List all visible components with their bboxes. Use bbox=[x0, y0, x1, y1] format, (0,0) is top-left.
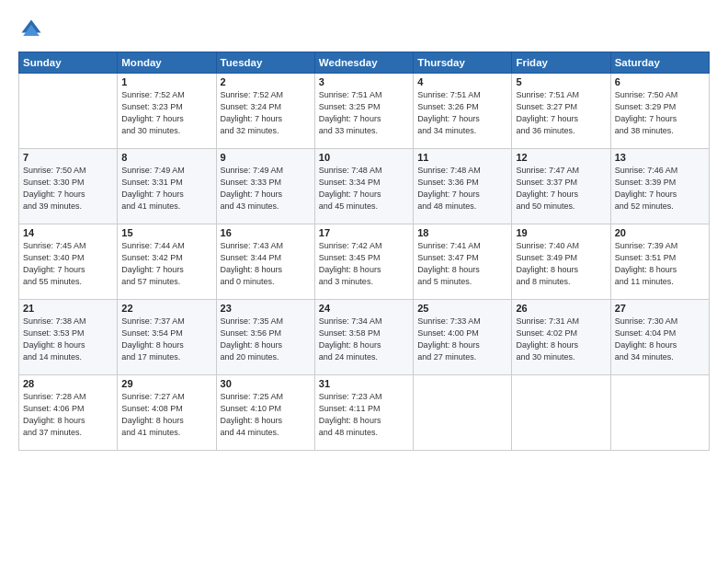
cell-info: Sunrise: 7:43 AM bbox=[221, 240, 311, 252]
cell-info: Daylight: 7 hours bbox=[121, 113, 211, 125]
calendar-cell: 19Sunrise: 7:40 AMSunset: 3:49 PMDayligh… bbox=[512, 224, 610, 300]
day-number: 11 bbox=[417, 152, 507, 163]
cell-info: Sunset: 3:31 PM bbox=[121, 177, 211, 189]
cell-info: Daylight: 8 hours bbox=[121, 415, 211, 427]
cell-info: Sunset: 3:39 PM bbox=[615, 177, 705, 189]
cell-info: Daylight: 8 hours bbox=[121, 339, 211, 351]
cell-info: and 27 minutes. bbox=[417, 351, 507, 363]
day-number: 10 bbox=[319, 152, 409, 163]
calendar-cell: 30Sunrise: 7:25 AMSunset: 4:10 PMDayligh… bbox=[216, 375, 314, 451]
cell-info: Daylight: 7 hours bbox=[221, 189, 311, 201]
cell-info: and 34 minutes. bbox=[417, 125, 507, 137]
cell-info: Daylight: 7 hours bbox=[319, 189, 409, 201]
logo bbox=[18, 17, 48, 42]
calendar-cell: 15Sunrise: 7:44 AMSunset: 3:42 PMDayligh… bbox=[118, 224, 216, 300]
cell-info: Sunset: 3:40 PM bbox=[23, 252, 113, 264]
cell-info: and 57 minutes. bbox=[121, 276, 211, 288]
cell-info: and 33 minutes. bbox=[319, 125, 409, 137]
calendar-cell bbox=[610, 375, 709, 451]
calendar-cell: 25Sunrise: 7:33 AMSunset: 4:00 PMDayligh… bbox=[414, 300, 512, 375]
cell-info: Sunrise: 7:33 AM bbox=[417, 316, 507, 327]
day-number: 2 bbox=[221, 76, 311, 87]
cell-info: Sunrise: 7:52 AM bbox=[221, 89, 311, 101]
day-header-tuesday: Tuesday bbox=[216, 52, 314, 74]
cell-info: and 45 minutes. bbox=[319, 201, 409, 213]
week-row-3: 14Sunrise: 7:45 AMSunset: 3:40 PMDayligh… bbox=[19, 224, 710, 300]
cell-info: Sunset: 4:08 PM bbox=[121, 403, 211, 415]
cell-info: Sunrise: 7:35 AM bbox=[221, 316, 311, 327]
cell-info: Sunrise: 7:51 AM bbox=[417, 89, 507, 101]
cell-info: Sunset: 3:25 PM bbox=[319, 101, 409, 113]
calendar-cell: 18Sunrise: 7:41 AMSunset: 3:47 PMDayligh… bbox=[414, 224, 512, 300]
cell-info: Sunrise: 7:51 AM bbox=[319, 89, 409, 101]
cell-info: Sunrise: 7:44 AM bbox=[121, 240, 211, 252]
cell-info: Daylight: 7 hours bbox=[417, 113, 507, 125]
cell-info: Sunrise: 7:40 AM bbox=[516, 240, 606, 252]
cell-info: and 41 minutes. bbox=[121, 201, 211, 213]
cell-info: and 0 minutes. bbox=[221, 276, 311, 288]
day-number: 25 bbox=[417, 303, 507, 314]
cell-info: Daylight: 8 hours bbox=[23, 415, 113, 427]
cell-info: and 11 minutes. bbox=[615, 276, 705, 288]
calendar-cell: 16Sunrise: 7:43 AMSunset: 3:44 PMDayligh… bbox=[216, 224, 314, 300]
calendar-cell: 23Sunrise: 7:35 AMSunset: 3:56 PMDayligh… bbox=[216, 300, 314, 375]
week-row-2: 7Sunrise: 7:50 AMSunset: 3:30 PMDaylight… bbox=[19, 149, 710, 224]
cell-info: and 48 minutes. bbox=[319, 427, 409, 439]
day-number: 16 bbox=[221, 227, 311, 238]
cell-info: Daylight: 7 hours bbox=[516, 113, 606, 125]
cell-info: and 55 minutes. bbox=[23, 276, 113, 288]
day-number: 8 bbox=[121, 152, 211, 163]
cell-info: and 17 minutes. bbox=[121, 351, 211, 363]
week-row-1: 1Sunrise: 7:52 AMSunset: 3:23 PMDaylight… bbox=[19, 74, 710, 149]
header-row: SundayMondayTuesdayWednesdayThursdayFrid… bbox=[19, 52, 710, 74]
calendar-cell: 31Sunrise: 7:23 AMSunset: 4:11 PMDayligh… bbox=[314, 375, 413, 451]
cell-info: Sunrise: 7:28 AM bbox=[23, 391, 113, 403]
cell-info: Sunrise: 7:39 AM bbox=[615, 240, 705, 252]
calendar-cell: 6Sunrise: 7:50 AMSunset: 3:29 PMDaylight… bbox=[610, 74, 709, 149]
calendar-cell: 20Sunrise: 7:39 AMSunset: 3:51 PMDayligh… bbox=[610, 224, 709, 300]
cell-info: Sunset: 3:56 PM bbox=[221, 327, 311, 339]
cell-info: and 5 minutes. bbox=[417, 276, 507, 288]
cell-info: Sunrise: 7:46 AM bbox=[615, 165, 705, 177]
day-header-saturday: Saturday bbox=[610, 52, 709, 74]
cell-info: Daylight: 7 hours bbox=[319, 113, 409, 125]
cell-info: Sunrise: 7:34 AM bbox=[319, 316, 409, 327]
cell-info: and 30 minutes. bbox=[516, 351, 606, 363]
week-row-4: 21Sunrise: 7:38 AMSunset: 3:53 PMDayligh… bbox=[19, 300, 710, 375]
cell-info: and 39 minutes. bbox=[23, 201, 113, 213]
calendar-cell bbox=[512, 375, 610, 451]
cell-info: Sunrise: 7:25 AM bbox=[221, 391, 311, 403]
cell-info: Sunrise: 7:48 AM bbox=[319, 165, 409, 177]
day-number: 12 bbox=[516, 152, 606, 163]
cell-info: Sunrise: 7:41 AM bbox=[417, 240, 507, 252]
cell-info: Sunrise: 7:30 AM bbox=[615, 316, 705, 327]
cell-info: and 48 minutes. bbox=[417, 201, 507, 213]
cell-info: Daylight: 7 hours bbox=[221, 113, 311, 125]
cell-info: Daylight: 7 hours bbox=[615, 113, 705, 125]
cell-info: Daylight: 7 hours bbox=[615, 189, 705, 201]
header bbox=[18, 17, 710, 42]
cell-info: and 24 minutes. bbox=[319, 351, 409, 363]
cell-info: Sunset: 4:06 PM bbox=[23, 403, 113, 415]
cell-info: Daylight: 8 hours bbox=[221, 415, 311, 427]
day-header-thursday: Thursday bbox=[414, 52, 512, 74]
day-number: 3 bbox=[319, 76, 409, 87]
cell-info: Daylight: 8 hours bbox=[417, 339, 507, 351]
cell-info: Sunset: 3:44 PM bbox=[221, 252, 311, 264]
calendar-cell: 5Sunrise: 7:51 AMSunset: 3:27 PMDaylight… bbox=[512, 74, 610, 149]
cell-info: Sunset: 3:24 PM bbox=[221, 101, 311, 113]
day-number: 22 bbox=[121, 303, 211, 314]
calendar-cell: 4Sunrise: 7:51 AMSunset: 3:26 PMDaylight… bbox=[414, 74, 512, 149]
cell-info: and 3 minutes. bbox=[319, 276, 409, 288]
cell-info: Sunset: 3:51 PM bbox=[615, 252, 705, 264]
cell-info: and 41 minutes. bbox=[121, 427, 211, 439]
cell-info: Daylight: 8 hours bbox=[319, 339, 409, 351]
cell-info: and 38 minutes. bbox=[615, 125, 705, 137]
calendar-cell: 3Sunrise: 7:51 AMSunset: 3:25 PMDaylight… bbox=[314, 74, 413, 149]
cell-info: Daylight: 8 hours bbox=[319, 264, 409, 276]
calendar-cell: 27Sunrise: 7:30 AMSunset: 4:04 PMDayligh… bbox=[610, 300, 709, 375]
cell-info: Sunset: 3:26 PM bbox=[417, 101, 507, 113]
day-number: 4 bbox=[417, 76, 507, 87]
day-number: 7 bbox=[23, 152, 113, 163]
day-number: 27 bbox=[615, 303, 705, 314]
